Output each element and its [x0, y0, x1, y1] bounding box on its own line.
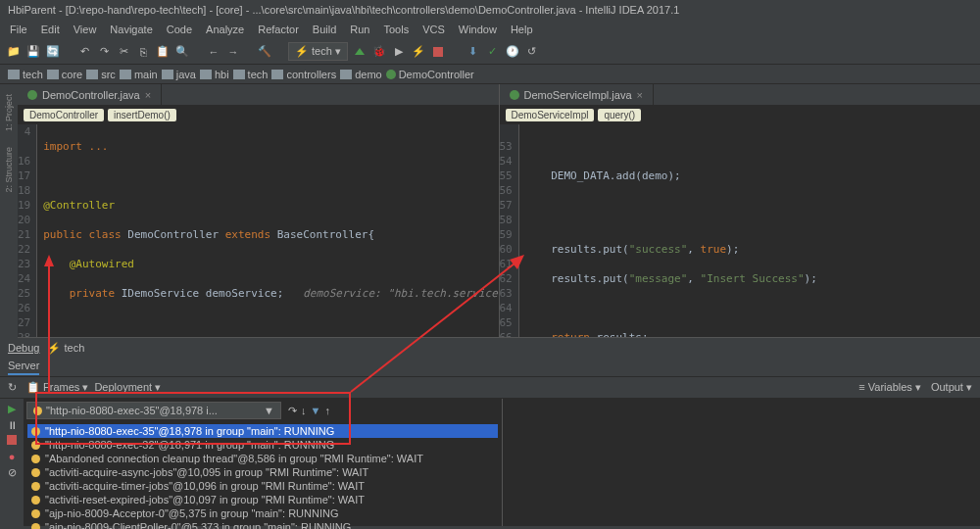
crumb[interactable]: hbi [200, 69, 229, 80]
gutter[interactable]: 4 1617 1819 2021 2223 2425 2627 2829 303… [18, 124, 37, 337]
debug-icon[interactable]: 🐞 [371, 44, 387, 60]
structure-tool[interactable]: 2: Structure [3, 143, 15, 197]
restart-icon[interactable]: ↻ [8, 381, 17, 394]
cut-icon[interactable]: ✂ [116, 44, 131, 60]
project-tool[interactable]: 1: Project [3, 90, 15, 135]
vcs-update-icon[interactable]: ⬇ [466, 44, 481, 60]
vcs-revert-icon[interactable]: ↺ [524, 44, 540, 60]
thread-item[interactable]: "activiti-acquire-timer-jobs"@10,096 in … [27, 479, 498, 493]
thread-selector[interactable]: "http-nio-8080-exec-35"@18,978 i... ▼ [26, 402, 281, 419]
crumb[interactable]: src [86, 69, 116, 80]
thread-item[interactable]: "http-nio-8080-exec-32"@18,971 in group … [27, 438, 498, 452]
menu-refactor[interactable]: Refactor [252, 22, 305, 37]
thread-running-icon [31, 441, 40, 450]
thread-item[interactable]: "activiti-acquire-async-jobs"@10,095 in … [27, 465, 498, 479]
editor-tabbar-right: DemoServiceImpl.java × [500, 84, 981, 106]
debug-config-tab[interactable]: ⚡ tech [47, 342, 84, 355]
breadcrumb-method[interactable]: insertDemo() [108, 109, 176, 121]
thread-item[interactable]: "activiti-reset-expired-jobs"@10,097 in … [27, 493, 498, 506]
thread-wait-icon [31, 468, 40, 477]
variables-pane[interactable] [502, 399, 981, 526]
crumb[interactable]: demo [340, 69, 382, 80]
debug-controls: ▶ ⏸ ● ⊘ [0, 399, 24, 526]
back-icon[interactable]: ← [206, 44, 221, 60]
menu-help[interactable]: Help [505, 22, 539, 37]
deployment-tab[interactable]: Deployment ▾ [94, 381, 161, 394]
code-editor-right[interactable]: 5354 555657 585960 616263 646566 676869 … [500, 124, 981, 337]
thread-wait-icon [31, 455, 40, 463]
editor-tabbar-left: DemoController.java × [18, 84, 499, 106]
thread-wait-icon [31, 482, 40, 491]
stop-debug-icon[interactable] [7, 435, 17, 447]
close-icon[interactable]: × [637, 89, 643, 101]
build-icon[interactable]: 🔨 [257, 44, 272, 60]
thread-item[interactable]: "ajp-nio-8009-ClientPoller-0"@5,373 in g… [27, 520, 498, 529]
code-editor-left[interactable]: 4 1617 1819 2021 2223 2425 2627 2829 303… [18, 124, 499, 337]
gutter[interactable]: 5354 555657 585960 616263 646566 676869 … [500, 124, 519, 337]
frames-tab[interactable]: 📋 Frames ▾ [26, 381, 88, 394]
folder-icon [120, 70, 131, 79]
step-into-icon[interactable]: ↓ [301, 405, 307, 416]
crumb[interactable]: DemoController [386, 69, 474, 80]
close-icon[interactable]: × [145, 89, 151, 101]
view-breakpoints-icon[interactable]: ● [9, 451, 16, 462]
crumb[interactable]: controllers [271, 69, 336, 80]
crumb[interactable]: tech [8, 69, 43, 80]
debug-panel: Debug ⚡ tech Server ↻ 📋 Frames ▾ Deploym… [0, 337, 980, 526]
sync-icon[interactable]: 🔄 [45, 44, 61, 60]
debug-tab[interactable]: Debug [8, 342, 39, 354]
output-tab[interactable]: Output ▾ [931, 381, 972, 394]
crumb[interactable]: tech [233, 69, 269, 80]
variables-tab[interactable]: ≡ Variables ▾ [858, 381, 921, 394]
redo-icon[interactable]: ↷ [96, 44, 112, 60]
open-icon[interactable]: 📁 [6, 44, 22, 60]
menu-code[interactable]: Code [161, 22, 198, 37]
profile-icon[interactable]: ⚡ [411, 44, 426, 60]
menu-navigate[interactable]: Navigate [104, 22, 158, 37]
undo-icon[interactable]: ↶ [76, 44, 92, 60]
coverage-icon[interactable]: ▶ [391, 44, 407, 60]
menu-view[interactable]: View [68, 22, 103, 37]
breadcrumb-method[interactable]: query() [598, 109, 641, 121]
menu-edit[interactable]: Edit [35, 22, 66, 37]
crumb[interactable]: java [162, 69, 196, 80]
copy-icon[interactable]: ⎘ [135, 44, 151, 60]
vcs-history-icon[interactable]: 🕐 [505, 44, 520, 60]
menu-file[interactable]: File [4, 22, 33, 37]
editor-tab[interactable]: DemoController.java × [18, 84, 162, 105]
thread-item[interactable]: "http-nio-8080-exec-35"@18,978 in group … [27, 424, 498, 438]
step-out-icon[interactable]: ↑ [324, 405, 330, 416]
class-icon [386, 70, 396, 79]
run-config[interactable]: ⚡ tech ▾ [288, 42, 348, 61]
save-icon[interactable]: 💾 [25, 44, 41, 60]
editor-left: DemoController.java × DemoController ins… [18, 84, 500, 337]
menu-vcs[interactable]: VCS [416, 22, 451, 37]
pause-icon[interactable]: ⏸ [7, 419, 18, 431]
paste-icon[interactable]: 📋 [155, 44, 171, 60]
breadcrumb-class[interactable]: DemoServiceImpl [506, 109, 595, 121]
thread-list: "http-nio-8080-exec-35"@18,978 in group … [24, 422, 502, 529]
menu-window[interactable]: Window [453, 22, 503, 37]
forward-icon[interactable]: → [225, 44, 241, 60]
crumb[interactable]: core [47, 69, 82, 80]
breadcrumb-class[interactable]: DemoController [24, 109, 104, 121]
editor-tab[interactable]: DemoServiceImpl.java × [500, 84, 654, 105]
vcs-commit-icon[interactable]: ✓ [485, 44, 501, 60]
filter-icon[interactable]: ▼ [311, 405, 321, 416]
menu-tools[interactable]: Tools [377, 22, 415, 37]
stop-icon[interactable] [430, 44, 446, 60]
menu-analyze[interactable]: Analyze [200, 22, 250, 37]
step-over-icon[interactable]: ↷ [288, 405, 297, 417]
frames-pane: "http-nio-8080-exec-35"@18,978 i... ▼ ↷ … [24, 399, 502, 526]
find-icon[interactable]: 🔍 [174, 44, 190, 60]
thread-item[interactable]: "ajp-nio-8009-Acceptor-0"@5,375 in group… [27, 506, 498, 520]
menu-build[interactable]: Build [307, 22, 342, 37]
run-icon[interactable] [352, 44, 368, 60]
crumb[interactable]: main [120, 69, 158, 80]
menu-run[interactable]: Run [344, 22, 375, 37]
class-icon [27, 90, 37, 100]
mute-breakpoints-icon[interactable]: ⊘ [8, 466, 17, 479]
thread-item[interactable]: "Abandoned connection cleanup thread"@8,… [27, 452, 498, 465]
resume-icon[interactable]: ▶ [8, 403, 16, 415]
server-tab[interactable]: Server [8, 360, 39, 375]
